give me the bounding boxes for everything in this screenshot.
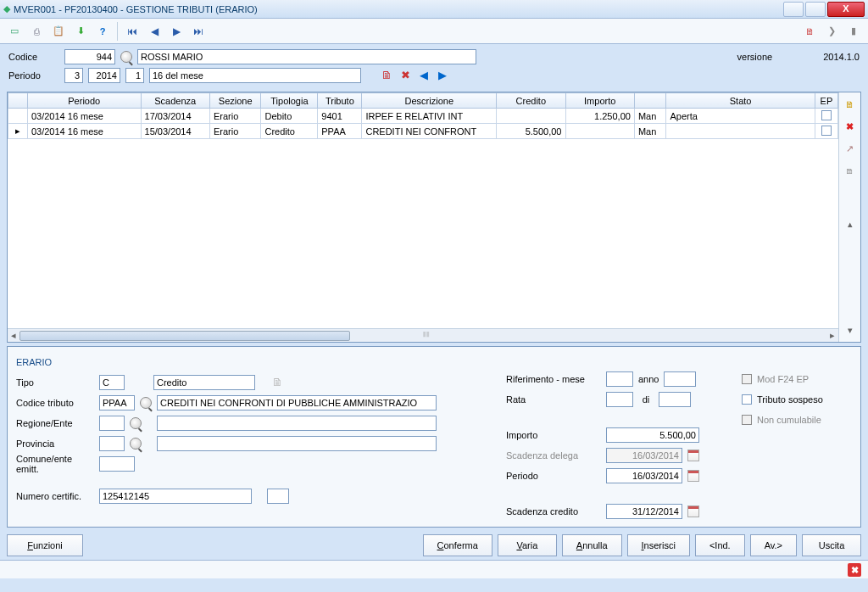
- download-icon[interactable]: ⬇: [71, 22, 90, 41]
- uscita-button[interactable]: Uscita: [802, 534, 861, 556]
- regione-lookup-icon[interactable]: [130, 417, 142, 429]
- codtrib-desc-input[interactable]: [157, 395, 437, 410]
- grid-header: Periodo Scadenza Sezione Tipologia Tribu…: [8, 93, 838, 109]
- importo-label: Importo: [506, 430, 601, 440]
- provincia-lookup-icon[interactable]: [130, 438, 142, 450]
- copy-icon[interactable]: 📋: [49, 22, 68, 41]
- ind-button[interactable]: <Ind.: [695, 534, 745, 556]
- periodo-year-input[interactable]: [88, 68, 120, 83]
- rata-input[interactable]: [606, 392, 633, 407]
- numcert-input[interactable]: [99, 489, 252, 504]
- stop-icon[interactable]: ▮: [844, 22, 863, 41]
- av-button[interactable]: Av.>: [750, 534, 797, 556]
- pdf-icon[interactable]: 🗎: [380, 69, 393, 82]
- col-descrizione[interactable]: Descrizione: [362, 93, 497, 109]
- grid-table[interactable]: Periodo Scadenza Sezione Tipologia Tribu…: [8, 92, 838, 139]
- ep-checkbox[interactable]: [815, 124, 837, 139]
- rata-di-input[interactable]: [659, 392, 691, 407]
- close-button[interactable]: X: [827, 2, 865, 17]
- app-icon: ◆: [3, 3, 10, 14]
- col-tipologia[interactable]: Tipologia: [261, 93, 318, 109]
- tribsosp-checkbox[interactable]: [742, 394, 752, 405]
- numcert-label: Numero certific.: [16, 491, 94, 501]
- col-stato[interactable]: Stato: [666, 93, 815, 109]
- window-title: MVER001 - PF20130400 - GESTIONE TRIBUTI …: [14, 4, 258, 14]
- noncum-checkbox: [742, 415, 752, 425]
- nav-prev-icon[interactable]: ◀: [145, 22, 164, 41]
- minimize-button[interactable]: [783, 2, 804, 17]
- forward-icon[interactable]: ❯: [822, 22, 841, 41]
- add-row-icon[interactable]: 🗎: [842, 96, 859, 113]
- scadcred-label: Scadenza credito: [506, 506, 601, 517]
- doc-icon[interactable]: 🗎: [800, 22, 819, 41]
- modf24-label: Mod F24 EP: [757, 374, 809, 384]
- col-scadenza[interactable]: Scadenza: [141, 93, 209, 109]
- periodo-month-input[interactable]: [64, 68, 83, 83]
- delete-row-icon[interactable]: ✖: [842, 118, 859, 135]
- toolbar: ▭ ⎙ 📋 ⬇ ? ⏮ ◀ ▶ ⏭ 🗎 ❯ ▮: [0, 19, 868, 44]
- error-icon[interactable]: ✖: [848, 563, 861, 577]
- filter-icon[interactable]: 🗈: [842, 162, 859, 179]
- periodo-calendar-icon[interactable]: [687, 470, 699, 482]
- nav-back-icon[interactable]: ◀: [417, 69, 431, 82]
- codtrib-code-input[interactable]: [99, 395, 135, 410]
- regione-code-input[interactable]: [99, 416, 125, 431]
- periodo-desc-input[interactable]: [149, 68, 361, 83]
- col-credito[interactable]: Credito: [497, 93, 565, 109]
- periodo-num-input[interactable]: [125, 68, 144, 83]
- provincia-desc-input[interactable]: [157, 436, 437, 451]
- col-importo[interactable]: Importo: [565, 93, 634, 109]
- codice-label: Codice: [8, 52, 59, 62]
- versione-value: 2014.1.0: [823, 52, 860, 62]
- maximize-button[interactable]: [805, 2, 826, 17]
- periodo-d-input[interactable]: [606, 468, 682, 483]
- header-form: Codice versione 2014.1.0 Periodo 🗎 ✖ ◀ ▶: [0, 44, 868, 88]
- open-icon[interactable]: ▭: [5, 22, 24, 41]
- help-icon[interactable]: ?: [93, 22, 112, 41]
- ep-checkbox[interactable]: [815, 109, 837, 124]
- col-ep[interactable]: EP: [815, 93, 837, 109]
- scadcred-input[interactable]: [606, 504, 682, 519]
- conferma-button[interactable]: Conferma: [423, 534, 492, 556]
- nav-first-icon[interactable]: ⏮: [123, 22, 142, 41]
- annulla-button[interactable]: Annulla: [562, 534, 622, 556]
- rif-mese-input[interactable]: [606, 371, 633, 387]
- col-periodo[interactable]: Periodo: [27, 93, 141, 109]
- tipo-code-input[interactable]: [99, 375, 125, 390]
- tipo-doc-icon[interactable]: 🗎: [270, 376, 284, 389]
- varia-button[interactable]: Varia: [498, 534, 557, 556]
- delete-row-icon[interactable]: ✖: [398, 69, 412, 82]
- tipo-desc-input[interactable]: [153, 375, 255, 390]
- nome-input[interactable]: [137, 49, 476, 64]
- rif-anno-input[interactable]: [664, 371, 696, 387]
- inserisci-button[interactable]: Inserisci: [627, 534, 690, 556]
- export-icon[interactable]: ↗: [842, 140, 859, 157]
- col-man[interactable]: [634, 93, 666, 109]
- provincia-code-input[interactable]: [99, 436, 125, 451]
- scaddel-calendar-icon[interactable]: [687, 450, 699, 461]
- comune-code-input[interactable]: [99, 456, 135, 472]
- grid-panel: Periodo Scadenza Sezione Tipologia Tribu…: [7, 92, 861, 343]
- scaddel-input: [606, 448, 682, 463]
- table-row[interactable]: 03/2014 16 mese 17/03/2014 Erario Debito…: [8, 109, 838, 124]
- col-tributo[interactable]: Tributo: [318, 93, 362, 109]
- numcert-extra-input[interactable]: [267, 489, 289, 504]
- print-icon[interactable]: ⎙: [27, 22, 46, 41]
- nav-next-icon[interactable]: ▶: [167, 22, 186, 41]
- scroll-up-icon[interactable]: ▴: [842, 215, 859, 232]
- horizontal-scrollbar[interactable]: ◂ ⦀⦀ ▸: [8, 328, 838, 342]
- codice-lookup-icon[interactable]: [120, 51, 132, 63]
- tribsosp-label: Tributo sospeso: [757, 394, 823, 405]
- nav-last-icon[interactable]: ⏭: [189, 22, 208, 41]
- table-row[interactable]: ▸ 03/2014 16 mese 15/03/2014 Erario Cred…: [8, 124, 838, 139]
- scroll-down-icon[interactable]: ▾: [842, 321, 859, 338]
- col-sezione[interactable]: Sezione: [209, 93, 261, 109]
- funzioni-button[interactable]: Funzioni: [7, 534, 83, 556]
- importo-input[interactable]: [606, 427, 699, 443]
- codtrib-lookup-icon[interactable]: [140, 397, 152, 409]
- scadcred-calendar-icon[interactable]: [687, 505, 699, 517]
- nav-fwd-icon[interactable]: ▶: [436, 69, 449, 82]
- regione-desc-input[interactable]: [157, 416, 437, 431]
- codice-input[interactable]: [64, 49, 115, 64]
- scaddel-label: Scadenza delega: [506, 450, 601, 461]
